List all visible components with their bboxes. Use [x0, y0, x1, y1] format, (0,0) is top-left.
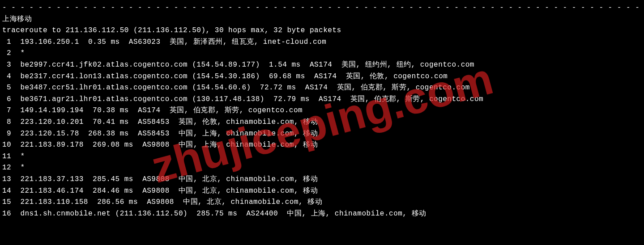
- hop-line: 1 193.106.250.1 0.35 ms AS63023 美国, 新泽西州…: [2, 37, 642, 48]
- hop-details: *: [11, 49, 25, 57]
- hop-details: 221.183.46.174 284.46 ms AS9808 中国, 北京, …: [11, 187, 318, 195]
- hop-number: 1: [2, 38, 11, 46]
- hop-details: be2997.ccr41.jfk02.atlas.cogentco.com (1…: [11, 61, 474, 69]
- hop-line: 13 221.183.37.133 285.45 ms AS9808 中国, 北…: [2, 174, 642, 186]
- hop-line: 11 *: [2, 151, 642, 163]
- hop-number: 12: [2, 164, 11, 172]
- hop-number: 9: [2, 130, 11, 138]
- hop-number: 5: [2, 84, 11, 92]
- hop-number: 15: [2, 198, 11, 206]
- hop-details: be2317.ccr41.lon13.atlas.cogentco.com (1…: [11, 72, 448, 80]
- hops-list: 1 193.106.250.1 0.35 ms AS63023 美国, 新泽西州…: [2, 37, 642, 220]
- hop-details: *: [11, 152, 25, 161]
- hop-details: be3487.ccr51.lhr01.atlas.cogentco.com (1…: [11, 84, 470, 92]
- hop-number: 10: [2, 141, 11, 149]
- hop-line: 15 221.183.110.158 286.56 ms AS9808 中国, …: [2, 197, 642, 208]
- hop-details: 223.120.15.78 268.38 ms AS58453 中国, 上海, …: [11, 130, 318, 138]
- hop-line: 9 223.120.15.78 268.38 ms AS58453 中国, 上海…: [2, 128, 642, 140]
- hop-details: dns1.sh.cnmobile.net (211.136.112.50) 28…: [11, 210, 426, 218]
- hop-number: 7: [2, 106, 11, 114]
- hop-line: 2 *: [2, 48, 642, 59]
- hop-line: 8 223.120.10.201 70.41 ms AS58453 英国, 伦敦…: [2, 117, 642, 128]
- hop-number: 11: [2, 152, 11, 161]
- hop-details: 223.120.10.201 70.41 ms AS58453 英国, 伦敦, …: [11, 118, 318, 126]
- hop-line: 14 221.183.46.174 284.46 ms AS9808 中国, 北…: [2, 186, 642, 197]
- hop-details: *: [11, 164, 25, 172]
- hop-line: 5 be3487.ccr51.lhr01.atlas.cogentco.com …: [2, 82, 642, 94]
- divider-line: - - - - - - - - - - - - - - - - - - - - …: [2, 2, 642, 14]
- hop-number: 16: [2, 210, 11, 218]
- header-title: 上海移动: [2, 14, 642, 25]
- hop-line: 6 be3671.agr21.lhr01.atlas.cogentco.com …: [2, 94, 642, 106]
- hop-line: 10 221.183.89.178 269.08 ms AS9808 中国, 上…: [2, 139, 642, 151]
- hop-details: 221.183.89.178 269.08 ms AS9808 中国, 上海, …: [11, 141, 318, 149]
- hop-line: 7 149.14.199.194 70.38 ms AS174 英国, 伯克郡,…: [2, 105, 642, 117]
- hop-line: 3 be2997.ccr41.jfk02.atlas.cogentco.com …: [2, 59, 642, 71]
- hop-number: 13: [2, 175, 11, 183]
- hop-details: 221.183.110.158 286.56 ms AS9808 中国, 北京,…: [11, 198, 322, 206]
- hop-details: 221.183.37.133 285.45 ms AS9808 中国, 北京, …: [11, 175, 318, 183]
- hop-number: 14: [2, 187, 11, 195]
- hop-number: 2: [2, 49, 11, 57]
- traceroute-header: traceroute to 211.136.112.50 (211.136.11…: [2, 25, 642, 37]
- hop-details: 149.14.199.194 70.38 ms AS174 英国, 伯克郡, 斯…: [11, 106, 303, 114]
- hop-number: 6: [2, 95, 11, 103]
- hop-number: 4: [2, 72, 11, 80]
- hop-line: 16 dns1.sh.cnmobile.net (211.136.112.50)…: [2, 208, 642, 220]
- hop-number: 3: [2, 61, 11, 69]
- hop-number: 8: [2, 118, 11, 126]
- hop-line: 12 *: [2, 162, 642, 174]
- hop-details: 193.106.250.1 0.35 ms AS63023 美国, 新泽西州, …: [11, 38, 326, 46]
- hop-details: be3671.agr21.lhr01.atlas.cogentco.com (1…: [11, 95, 483, 103]
- hop-line: 4 be2317.ccr41.lon13.atlas.cogentco.com …: [2, 71, 642, 83]
